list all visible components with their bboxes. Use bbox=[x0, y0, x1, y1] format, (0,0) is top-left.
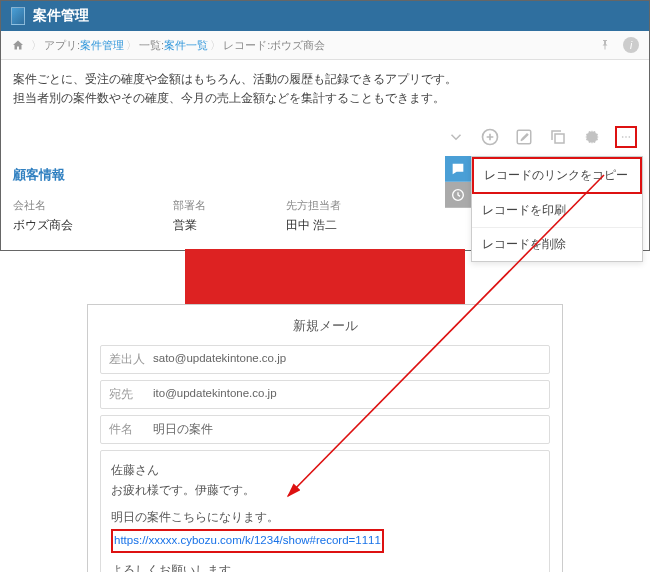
side-icons bbox=[445, 156, 471, 208]
home-icon[interactable] bbox=[11, 38, 25, 52]
breadcrumb-record: ボウズ商会 bbox=[270, 38, 325, 53]
info-icon[interactable]: i bbox=[623, 37, 639, 53]
svg-rect-2 bbox=[555, 134, 564, 143]
mail-from-row[interactable]: 差出人 sato@updatekintone.co.jp bbox=[100, 345, 550, 374]
chevron-down-icon[interactable] bbox=[445, 126, 467, 148]
chevron-right-icon: 〉 bbox=[126, 38, 137, 53]
svg-point-5 bbox=[629, 137, 631, 139]
breadcrumb-app-prefix: アプリ: bbox=[44, 38, 80, 53]
mail-body-line: お疲れ様です。伊藤です。 bbox=[111, 481, 539, 501]
copy-icon[interactable] bbox=[547, 126, 569, 148]
pin-icon[interactable] bbox=[597, 37, 613, 53]
history-icon[interactable] bbox=[445, 182, 471, 208]
field-value-contact: 田中 浩二 bbox=[286, 217, 341, 234]
edit-icon[interactable] bbox=[513, 126, 535, 148]
gear-icon[interactable] bbox=[581, 126, 603, 148]
comment-icon[interactable] bbox=[445, 156, 471, 182]
chevron-right-icon: 〉 bbox=[210, 38, 221, 53]
field-label-contact: 先方担当者 bbox=[286, 198, 341, 213]
app-header: 案件管理 bbox=[1, 1, 649, 31]
breadcrumb-app-link[interactable]: 案件管理 bbox=[80, 38, 124, 53]
breadcrumb-list-prefix: 一覧: bbox=[139, 38, 164, 53]
field-value-company: ボウズ商会 bbox=[13, 217, 73, 234]
record-toolbar bbox=[1, 118, 649, 156]
mail-body-greeting: 佐藤さん bbox=[111, 461, 539, 481]
mail-body-line: 明日の案件こちらになります。 bbox=[111, 508, 539, 528]
app-logo-icon bbox=[11, 7, 25, 25]
menu-item-delete[interactable]: レコードを削除 bbox=[472, 228, 642, 261]
svg-point-3 bbox=[622, 137, 624, 139]
mail-subject-label: 件名 bbox=[109, 422, 153, 437]
breadcrumb-list-link[interactable]: 案件一覧 bbox=[164, 38, 208, 53]
chevron-right-icon: 〉 bbox=[31, 38, 42, 53]
app-description: 案件ごとに、受注の確度や金額はもちろん、活動の履歴も記録できるアプリです。 担当… bbox=[1, 60, 649, 118]
mail-to-value: ito@updatekintone.co.jp bbox=[153, 387, 277, 402]
svg-point-4 bbox=[625, 137, 627, 139]
record-dropdown-menu: レコードのリンクをコピー レコードを印刷 レコードを削除 bbox=[471, 156, 643, 262]
mail-title: 新規メール bbox=[100, 317, 550, 335]
app-title: 案件管理 bbox=[33, 7, 89, 25]
more-icon[interactable] bbox=[615, 126, 637, 148]
mail-subject-row[interactable]: 件名 明日の案件 bbox=[100, 415, 550, 444]
mail-to-row[interactable]: 宛先 ito@updatekintone.co.jp bbox=[100, 380, 550, 409]
mail-compose-card: 新規メール 差出人 sato@updatekintone.co.jp 宛先 it… bbox=[87, 304, 563, 572]
add-icon[interactable] bbox=[479, 126, 501, 148]
mail-body-closing: よろしくお願いします。 bbox=[111, 561, 539, 572]
menu-item-copy-link[interactable]: レコードのリンクをコピー bbox=[472, 157, 642, 194]
breadcrumb-record-prefix: レコード: bbox=[223, 38, 270, 53]
mail-link-highlight: https://xxxxx.cybozu.com/k/1234/show#rec… bbox=[111, 529, 384, 553]
field-value-dept: 営業 bbox=[173, 217, 206, 234]
mail-body[interactable]: 佐藤さん お疲れ様です。伊藤です。 明日の案件こちらになります。 https:/… bbox=[100, 450, 550, 572]
breadcrumb: 〉 アプリ: 案件管理 〉 一覧: 案件一覧 〉 レコード: ボウズ商会 i bbox=[1, 31, 649, 60]
mail-from-label: 差出人 bbox=[109, 352, 153, 367]
mail-from-value: sato@updatekintone.co.jp bbox=[153, 352, 286, 367]
description-line: 担当者別の案件数やその確度、今月の売上金額などを集計することもできます。 bbox=[13, 89, 637, 108]
field-label-dept: 部署名 bbox=[173, 198, 206, 213]
description-line: 案件ごとに、受注の確度や金額はもちろん、活動の履歴も記録できるアプリです。 bbox=[13, 70, 637, 89]
field-label-company: 会社名 bbox=[13, 198, 73, 213]
mail-subject-value: 明日の案件 bbox=[153, 422, 213, 437]
mail-body-link[interactable]: https://xxxxx.cybozu.com/k/1234/show#rec… bbox=[114, 534, 381, 546]
mail-to-label: 宛先 bbox=[109, 387, 153, 402]
menu-item-print[interactable]: レコードを印刷 bbox=[472, 194, 642, 228]
